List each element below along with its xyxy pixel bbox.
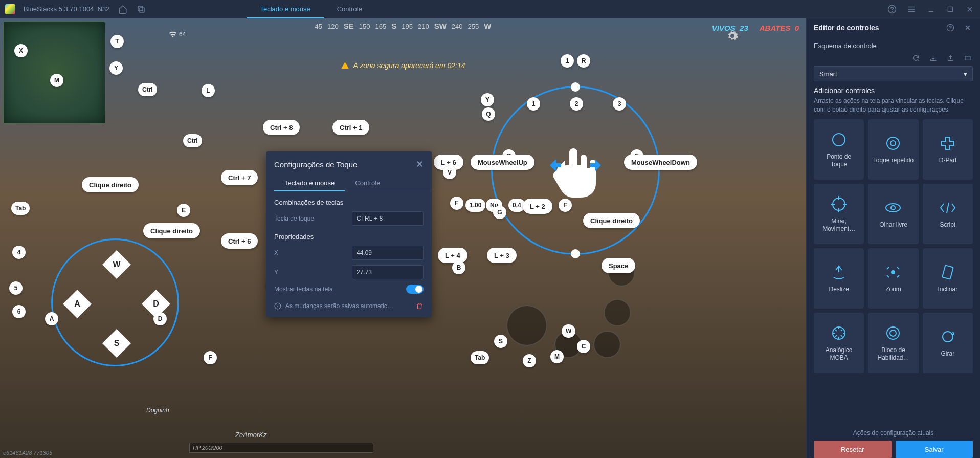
open-folder-icon[interactable] (963, 53, 973, 63)
help-icon[interactable] (945, 23, 955, 33)
key-l[interactable]: L (202, 84, 215, 97)
show-keys-toggle[interactable] (406, 285, 424, 294)
key-f[interactable]: F (204, 351, 217, 364)
key-4[interactable]: 4 (12, 246, 26, 259)
key-m[interactable]: M (50, 74, 63, 87)
close-icon[interactable]: ✕ (416, 159, 424, 170)
key-fc[interactable]: F (450, 197, 463, 210)
key-ctrl7[interactable]: Ctrl + 7 (221, 170, 258, 185)
help-icon[interactable] (887, 4, 897, 14)
key-t[interactable]: T (110, 35, 124, 48)
key-r[interactable]: R (577, 54, 590, 68)
dpad-s[interactable]: S (102, 329, 131, 358)
key-1[interactable]: 1 (527, 97, 540, 111)
popup-tab-controller[interactable]: Controle (345, 175, 390, 191)
control-card-look[interactable]: Olhar livre (868, 184, 918, 244)
key-tab[interactable]: Tab (11, 202, 30, 215)
key-tabb[interactable]: Tab (471, 351, 489, 364)
dpad-a[interactable]: A (63, 290, 92, 318)
control-card-moba[interactable]: Analógico MOBA (814, 313, 864, 373)
key-rightclick[interactable]: Clique direito (82, 177, 139, 192)
key-ctrl[interactable]: Ctrl (138, 83, 157, 96)
recent-apps-icon[interactable] (136, 4, 146, 14)
key-c[interactable]: C (577, 340, 590, 353)
key-1a[interactable]: 1 (561, 54, 574, 68)
settings-gear-icon[interactable] (726, 30, 739, 42)
key-a[interactable]: A (45, 312, 58, 325)
key-v[interactable]: V (443, 166, 456, 179)
key-sb[interactable]: S (494, 335, 507, 348)
key-ctrl1[interactable]: Ctrl + 1 (332, 120, 369, 135)
key-d[interactable]: D (153, 312, 167, 325)
control-card-tilt[interactable]: Inclinar (923, 248, 973, 309)
key-gb[interactable]: G (493, 206, 506, 219)
key-mb[interactable]: M (550, 350, 564, 363)
key-2[interactable]: 2 (570, 97, 583, 111)
action-slot[interactable] (593, 331, 621, 358)
close-window-icon[interactable] (965, 4, 975, 14)
minimap[interactable] (3, 21, 105, 124)
show-keys-label: Mostrar teclas na tela (274, 286, 401, 293)
key-l4[interactable]: L + 4 (438, 248, 467, 263)
dpad-control-ring[interactable]: W A D S (51, 238, 179, 366)
swipe-handle-top[interactable] (571, 82, 580, 92)
tab-controller[interactable]: Controle (324, 0, 375, 18)
menu-icon[interactable] (906, 4, 917, 14)
close-sidebar-icon[interactable]: ✕ (963, 23, 973, 33)
control-card-rotate[interactable]: Girar (923, 313, 973, 373)
popup-tab-keyboard[interactable]: Teclado e mouse (274, 175, 345, 191)
scheme-select[interactable]: Smart ▾ (814, 66, 973, 81)
key-y[interactable]: Y (109, 61, 123, 75)
save-button[interactable]: Salvar (896, 441, 973, 458)
key-mwu[interactable]: MouseWheelUp (471, 155, 534, 170)
key-5[interactable]: 5 (9, 281, 23, 295)
delete-icon[interactable] (415, 302, 424, 310)
control-card-repeat[interactable]: Toque repetido (868, 119, 918, 180)
home-icon[interactable] (118, 4, 128, 14)
key-b[interactable]: B (452, 261, 465, 274)
control-card-zoom[interactable]: Zoom (868, 248, 918, 309)
key-qb[interactable]: Q (482, 107, 495, 121)
key-e[interactable]: E (177, 204, 190, 217)
swipe-control-ring[interactable] (491, 86, 660, 255)
minimize-icon[interactable] (926, 4, 936, 14)
repeat-icon (884, 134, 902, 152)
x-input[interactable] (352, 246, 424, 260)
control-card-aim[interactable]: Mirar, Moviment… (814, 184, 864, 244)
key-rightclick-b[interactable]: Clique direito (143, 223, 200, 238)
key-mwd[interactable]: MouseWheelDown (624, 155, 697, 170)
control-card-skill[interactable]: Bloco de Habilidad… (868, 313, 918, 373)
key-space[interactable]: Space (602, 258, 635, 273)
key-x[interactable]: X (14, 44, 28, 57)
reset-button[interactable]: Resetar (814, 441, 892, 458)
swipe-handle-bottom[interactable] (571, 249, 580, 258)
control-card-script[interactable]: Script (923, 184, 973, 244)
key-l3[interactable]: L + 3 (487, 248, 517, 263)
control-card-dpad[interactable]: D-Pad (923, 119, 973, 180)
key-ctrl8[interactable]: Ctrl + 8 (263, 120, 300, 135)
touch-key-input[interactable] (352, 211, 424, 226)
key-yb[interactable]: Y (481, 93, 494, 106)
game-viewport[interactable]: 64 45120 SE 150165 S 195210 SW 240255 W … (0, 18, 806, 458)
control-card-swipe[interactable]: Deslize (814, 248, 864, 309)
action-slot[interactable] (506, 305, 547, 346)
y-input[interactable] (352, 265, 424, 279)
key-fd[interactable]: F (559, 199, 572, 212)
sync-icon[interactable] (910, 53, 921, 63)
tab-keyboard-mouse[interactable]: Teclado e mouse (247, 0, 323, 18)
key-rightclick-c[interactable]: Clique direito (583, 213, 640, 228)
key-z[interactable]: Z (523, 354, 536, 367)
export-icon[interactable] (945, 53, 955, 63)
import-icon[interactable] (928, 53, 938, 63)
key-l2[interactable]: L + 2 (523, 199, 552, 214)
maximize-icon[interactable] (945, 4, 955, 14)
key-wb[interactable]: W (562, 324, 575, 338)
action-slot[interactable] (604, 299, 631, 326)
key-3[interactable]: 3 (613, 97, 626, 111)
key-ctrl-b[interactable]: Ctrl (183, 134, 202, 147)
dpad-w[interactable]: W (102, 250, 131, 279)
key-ctrl6[interactable]: Ctrl + 6 (221, 233, 258, 249)
key-6[interactable]: 6 (12, 305, 26, 318)
key-val1[interactable]: 1.00 (465, 199, 485, 212)
control-card-tap[interactable]: Ponto de Toque (814, 119, 864, 180)
